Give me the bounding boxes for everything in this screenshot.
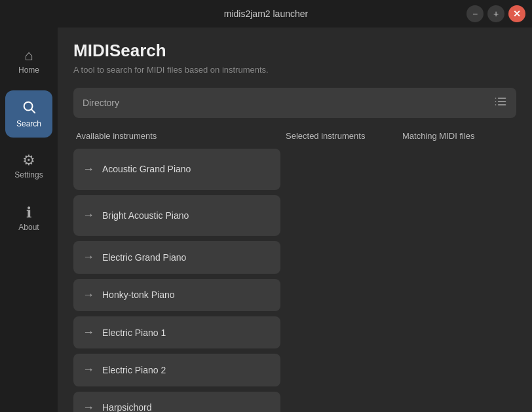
sidebar-item-label-about: About <box>18 223 39 232</box>
settings-icon: ⚙ <box>22 153 35 168</box>
directory-list-icon <box>494 95 507 111</box>
close-button[interactable]: ✕ <box>508 5 525 22</box>
list-item[interactable]: → Electric Piano 1 <box>73 316 280 348</box>
minimize-button[interactable]: − <box>466 5 484 22</box>
list-item[interactable]: → Electric Piano 2 <box>73 354 280 386</box>
sidebar-item-search[interactable]: Search <box>5 90 52 138</box>
instrument-name: Electric Grand Piano <box>102 252 186 263</box>
selected-instruments-header: Selected instruments <box>283 131 400 141</box>
titlebar-controls: − + ✕ <box>466 5 525 22</box>
about-icon: ℹ <box>26 206 31 220</box>
instrument-name: Acoustic Grand Piano <box>102 164 191 174</box>
arrow-right-icon: → <box>83 363 94 377</box>
directory-bar[interactable]: Directory <box>73 88 516 118</box>
app-body: ⌂ Home Search ⚙ Settings ℹ About MIDISea… <box>0 28 532 412</box>
list-item[interactable]: → Honky-tonk Piano <box>73 279 280 311</box>
matching-midi-column: Matching MIDI files <box>400 131 516 412</box>
list-item[interactable]: → Electric Grand Piano <box>73 241 280 273</box>
matching-midi-header: Matching MIDI files <box>400 131 516 141</box>
columns-layout: Available instruments → Acoustic Grand P… <box>73 131 516 412</box>
arrow-right-icon: → <box>83 250 94 264</box>
instrument-name: Electric Piano 2 <box>102 365 166 375</box>
svg-line-1 <box>31 109 35 113</box>
instrument-name: Honky-tonk Piano <box>102 290 175 300</box>
instruments-list: → Acoustic Grand Piano → Bright Acoustic… <box>73 149 283 412</box>
sidebar: ⌂ Home Search ⚙ Settings ℹ About <box>0 28 58 412</box>
main-content: MIDISearch A tool to search for MIDI fil… <box>58 28 532 412</box>
sidebar-item-label-search: Search <box>16 119 41 128</box>
arrow-right-icon: → <box>83 162 94 176</box>
instrument-name: Harpsichord <box>102 402 151 412</box>
page-subtitle: A tool to search for MIDI files based on… <box>73 65 516 75</box>
list-item[interactable]: → Bright Acoustic Piano <box>73 195 280 236</box>
titlebar-title: midis2jam2 launcher <box>224 9 308 19</box>
available-instruments-header: Available instruments <box>73 131 283 141</box>
page-title: MIDISearch <box>73 41 516 61</box>
selected-instruments-column: Selected instruments <box>283 131 400 412</box>
titlebar: midis2jam2 launcher − + ✕ <box>0 0 532 28</box>
home-icon: ⌂ <box>24 48 33 63</box>
sidebar-item-home[interactable]: ⌂ Home <box>5 38 52 85</box>
list-item[interactable]: → Acoustic Grand Piano <box>73 149 280 190</box>
available-instruments-column: Available instruments → Acoustic Grand P… <box>73 131 283 412</box>
list-item[interactable]: → Harpsichord <box>73 392 280 412</box>
arrow-right-icon: → <box>83 208 94 222</box>
maximize-button[interactable]: + <box>487 5 504 22</box>
sidebar-item-label-settings: Settings <box>14 170 43 179</box>
arrow-right-icon: → <box>83 326 94 339</box>
sidebar-item-label-home: Home <box>18 66 39 75</box>
arrow-right-icon: → <box>83 288 94 302</box>
sidebar-item-about[interactable]: ℹ About <box>5 195 52 242</box>
search-icon <box>22 100 36 117</box>
instrument-name: Electric Piano 1 <box>102 328 166 338</box>
directory-label: Directory <box>83 98 119 108</box>
instrument-name: Bright Acoustic Piano <box>102 210 189 221</box>
sidebar-item-settings[interactable]: ⚙ Settings <box>5 143 52 190</box>
arrow-right-icon: → <box>83 401 94 412</box>
